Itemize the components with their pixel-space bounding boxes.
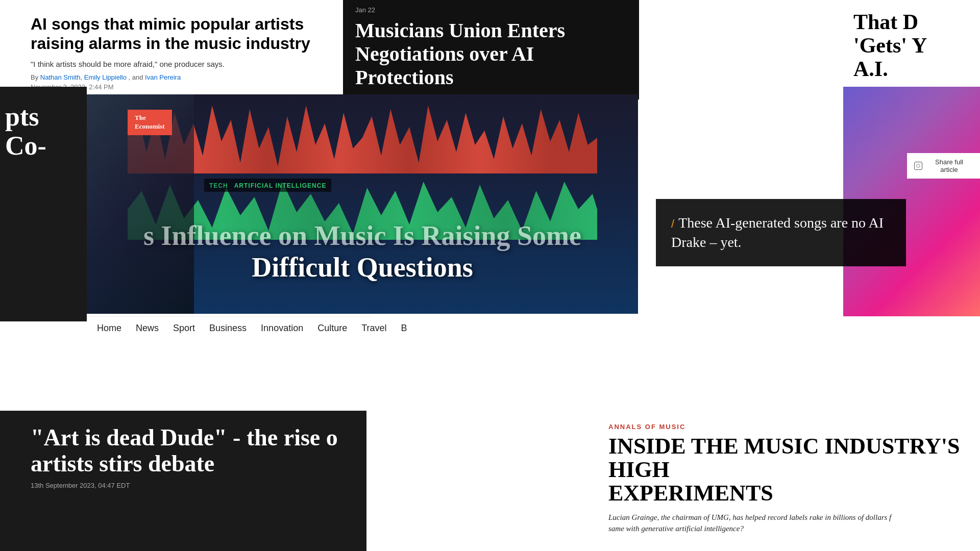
center-headline-line1: s Influence on Music Is Raising Some — [143, 220, 581, 251]
economist-badge: The Economist — [128, 110, 172, 135]
by-label: By — [31, 73, 38, 81]
tech-tag-label: TECH — [209, 182, 228, 189]
nav-more[interactable]: B — [401, 323, 407, 334]
economist-badge-line1: The — [135, 114, 165, 122]
and-text: , and — [129, 73, 145, 81]
quote-slash-icon: / — [671, 217, 674, 230]
author1-link[interactable]: Nathan Smith — [40, 73, 81, 81]
tech-ai-tag: TECH ARTIFICIAL INTELLIGENCE — [204, 179, 331, 192]
musician-card-date: Jan 22 — [355, 6, 627, 14]
article-top-left-headline: AI songs that mimic popular artists rais… — [31, 14, 315, 54]
quote-box: / These AI-generated songs are no AI Dra… — [656, 199, 906, 266]
share-article-label: Share full article — [925, 158, 973, 173]
nav-business[interactable]: Business — [209, 323, 247, 334]
center-video-panel: The Economist TECH ARTIFICIAL INTELLIGEN… — [87, 94, 638, 314]
author3-link[interactable]: Ivan Pereira — [145, 73, 181, 81]
bottom-left-dark-article: "Art is dead Dude" - the rise oartists s… — [0, 411, 366, 551]
nav-home[interactable]: Home — [97, 323, 121, 334]
nav-sport[interactable]: Sport — [173, 323, 195, 334]
nav-innovation[interactable]: Innovation — [261, 323, 303, 334]
share-icon: ⬡ — [914, 162, 922, 170]
article-subtitle: "I think artists should be more afraid,"… — [31, 60, 315, 68]
share-full-article-button[interactable]: ⬡ Share full article — [907, 153, 980, 179]
author2-link[interactable]: Emily Lippiello — [84, 73, 127, 81]
center-video-headline: s Influence on Music Is Raising Some Dif… — [87, 220, 638, 283]
left-dark-strip: ptsCo- — [0, 87, 87, 321]
nav-news[interactable]: News — [136, 323, 159, 334]
ai-tag-label: ARTIFICIAL INTELLIGENCE — [234, 182, 327, 189]
economist-badge-line2: Economist — [135, 122, 165, 131]
bottom-left-date: 13th September 2023, 04:47 EDT — [31, 482, 351, 489]
musician-union-card: Jan 22 Musicians Union Enters Negotiatio… — [343, 0, 639, 99]
quote-text: These AI-generated songs are no AI Drake… — [671, 215, 884, 250]
article-byline: By Nathan Smith, Emily Lippiello , and I… — [31, 73, 315, 81]
nav-culture[interactable]: Culture — [317, 323, 347, 334]
nav-travel[interactable]: Travel — [361, 323, 386, 334]
annals-section-label: ANNALS OF MUSIC — [608, 423, 965, 431]
annals-headline: INSIDE THE MUSIC INDUSTRY'S HIGHEXPERIME… — [608, 435, 965, 506]
right-partial-title: That D'Gets' YA.I. — [853, 10, 970, 81]
partial-text-left: ptsCo- — [0, 87, 87, 160]
bottom-right-article: ANNALS OF MUSIC INSIDE THE MUSIC INDUSTR… — [588, 411, 980, 551]
center-headline-line2: Difficult Questions — [252, 252, 473, 283]
bbc-nav-bar: Home News Sport Business Innovation Cult… — [87, 316, 373, 340]
musician-card-headline: Musicians Union Enters Negotiations over… — [355, 19, 627, 89]
bottom-left-headline: "Art is dead Dude" - the rise oartists s… — [31, 425, 351, 477]
annals-body: Lucian Grainge, the chairman of UMG, has… — [608, 512, 965, 535]
